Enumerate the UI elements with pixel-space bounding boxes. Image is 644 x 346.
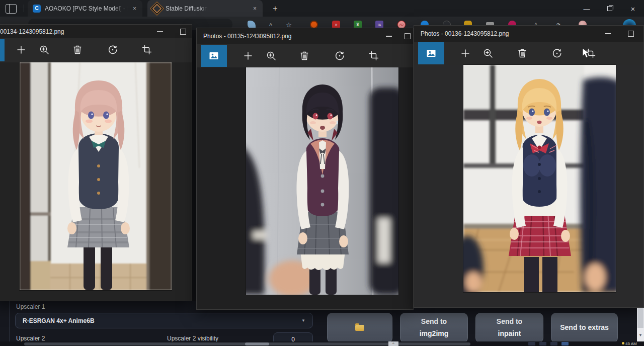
- upscaler1-dropdown[interactable]: R-ESRGAN 4x+ Anime6B ▼: [15, 313, 313, 328]
- upscaler1-value: R-ESRGAN 4x+ Anime6B: [23, 317, 95, 324]
- zoom-button[interactable]: [260, 45, 282, 66]
- minimize-icon: [605, 33, 611, 34]
- dropdown-caret-icon: ▼: [301, 318, 305, 323]
- new-tab-button[interactable]: +: [270, 3, 281, 14]
- minimize-icon: [157, 31, 163, 32]
- minimize-icon: [386, 36, 392, 37]
- browser-minimize-button[interactable]: —: [577, 2, 597, 15]
- taskbar-app-icon[interactable]: [561, 342, 569, 345]
- taskbar-app-icon[interactable]: [539, 342, 546, 345]
- minimize-button[interactable]: [151, 25, 169, 38]
- tab-actions-icon[interactable]: [6, 4, 17, 14]
- folder-icon: [355, 325, 364, 331]
- rotate-button[interactable]: [329, 45, 351, 66]
- see-all-photos-button[interactable]: [201, 45, 227, 67]
- minimize-button[interactable]: [380, 28, 397, 44]
- taskbar-app-icon[interactable]: [528, 342, 535, 345]
- open-folder-button[interactable]: [327, 313, 392, 343]
- see-all-photos-icon: [426, 48, 437, 59]
- window-content: [414, 65, 643, 307]
- crop-button[interactable]: [136, 39, 158, 60]
- tray-notification-icon: [622, 342, 624, 344]
- tab-civitai[interactable]: C AOAOKO [PVC Style Model] - PV ×: [28, 0, 142, 17]
- add-button[interactable]: [454, 43, 476, 64]
- send-to-inpaint-button[interactable]: Send to inpaint: [475, 313, 543, 343]
- scroll-down-icon[interactable]: ▼: [637, 333, 644, 337]
- crop-button[interactable]: [363, 45, 385, 66]
- send-to-img2img-button[interactable]: Send to img2img: [400, 313, 468, 343]
- maximize-icon: [405, 33, 411, 39]
- upscaler1-label: Upscaler 1: [16, 303, 45, 310]
- delete-button[interactable]: [66, 39, 89, 60]
- window-content: [197, 67, 413, 309]
- photos-window-1: 00134-1243095812.png: [0, 24, 192, 301]
- window-toolbar: [0, 38, 192, 62]
- window-toolbar: [197, 44, 413, 67]
- window-content: [0, 62, 192, 301]
- upscaler2-label: Upscaler 2: [16, 335, 45, 342]
- maximize-icon: [180, 29, 186, 35]
- maximize-button[interactable]: [622, 26, 639, 42]
- taskbar: ^ 45 AM: [0, 341, 644, 346]
- restore-icon: [607, 6, 612, 11]
- panel-divider: [9, 301, 10, 346]
- photos-window-2: Photos - 00135-1243095812.png: [196, 28, 414, 310]
- photos-window-3: Photos - 00136-1243095812.png: [414, 25, 644, 308]
- window-titlebar: 00134-1243095812.png: [0, 25, 192, 38]
- zoom-button[interactable]: [33, 39, 55, 60]
- rotate-button[interactable]: [102, 39, 124, 60]
- window-title: Photos - 00135-1243095812.png: [203, 33, 291, 40]
- window-toolbar: [414, 42, 643, 65]
- window-title: Photos - 00136-1243095812.png: [421, 30, 509, 37]
- see-all-photos-button[interactable]: [418, 42, 444, 64]
- photo-image-00134: [20, 62, 172, 290]
- photo-image-00135: [246, 67, 398, 295]
- browser-tab-bar: C AOAOKO [PVC Style Model] - PV × Stable…: [0, 0, 644, 17]
- delete-button[interactable]: [293, 45, 315, 66]
- add-button[interactable]: [10, 39, 32, 60]
- window-titlebar: Photos - 00136-1243095812.png: [414, 26, 643, 42]
- delete-button[interactable]: [511, 43, 533, 64]
- stable-diffusion-favicon: [152, 4, 162, 13]
- mouse-cursor: [582, 48, 590, 58]
- window-title: 00134-1243095812.png: [0, 28, 64, 35]
- tab-stable-diffusion[interactable]: Stable Diffusion ×: [147, 0, 263, 17]
- page-horizontal-scrollbar[interactable]: [24, 342, 470, 345]
- see-all-photos-icon: [208, 50, 219, 61]
- taskbar-clock: 45 AM: [625, 341, 637, 346]
- tray-chevron-icon[interactable]: ^: [388, 341, 398, 346]
- maximize-button[interactable]: [175, 25, 192, 38]
- civitai-favicon: C: [33, 5, 41, 13]
- tab-title: Stable Diffusion: [166, 5, 208, 12]
- maximize-icon: [628, 31, 634, 37]
- tab-close-icon[interactable]: ×: [252, 5, 258, 12]
- tab-title: AOAOKO [PVC Style Model] - PV: [45, 5, 128, 12]
- browser-close-button[interactable]: ×: [623, 2, 643, 15]
- tab-separator: [24, 5, 24, 12]
- scrollbar-thumb[interactable]: [637, 308, 643, 328]
- tab-close-icon[interactable]: ×: [132, 5, 137, 12]
- rotate-button[interactable]: [546, 43, 568, 64]
- taskbar-app-icon[interactable]: [550, 342, 557, 345]
- add-button[interactable]: [237, 45, 259, 66]
- photo-image-00136: [463, 65, 616, 292]
- scrollbar-thumb[interactable]: [245, 342, 269, 345]
- upscaler2-visibility-label: Upscaler 2 visibility: [167, 335, 218, 342]
- minimize-button[interactable]: [599, 26, 616, 42]
- page-vertical-scrollbar[interactable]: ▼: [637, 308, 644, 341]
- zoom-button[interactable]: [477, 43, 499, 64]
- browser-restore-button[interactable]: [600, 2, 620, 15]
- window-titlebar: Photos - 00135-1243095812.png: [197, 28, 413, 44]
- send-to-extras-button[interactable]: Send to extras: [551, 313, 618, 343]
- see-all-photos-button[interactable]: [0, 39, 5, 61]
- desktop: C AOAOKO [PVC Style Model] - PV × Stable…: [0, 0, 644, 346]
